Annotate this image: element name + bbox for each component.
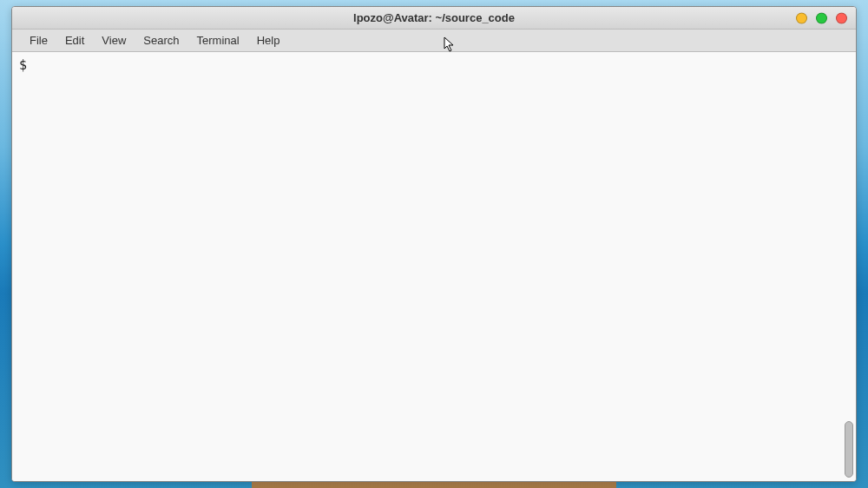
titlebar[interactable]: lpozo@Avatar: ~/source_code [12,7,856,30]
menubar: File Edit View Search Terminal Help [12,30,856,52]
menu-file[interactable]: File [21,30,56,50]
terminal-body[interactable]: $ [12,52,856,481]
menu-edit[interactable]: Edit [56,30,93,50]
scrollbar-track [845,56,853,478]
menu-search[interactable]: Search [135,30,187,50]
menu-help[interactable]: Help [248,30,289,50]
window-title: lpozo@Avatar: ~/source_code [353,11,515,24]
scrollbar-thumb[interactable] [845,421,853,478]
maximize-button[interactable] [816,12,827,23]
menu-view[interactable]: View [93,30,135,50]
close-button[interactable] [836,12,847,23]
minimize-button[interactable] [796,12,807,23]
menu-terminal[interactable]: Terminal [188,30,248,50]
terminal-window: lpozo@Avatar: ~/source_code File Edit Vi… [11,6,857,482]
terminal-prompt: $ [19,57,27,73]
window-controls [796,12,847,23]
